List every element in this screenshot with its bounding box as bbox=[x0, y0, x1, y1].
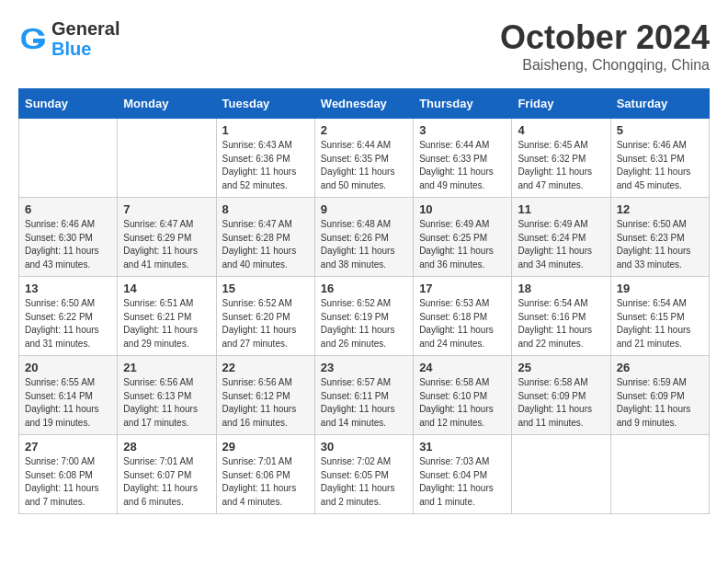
day-number: 28 bbox=[123, 440, 210, 454]
day-number: 21 bbox=[123, 361, 210, 374]
day-info: Sunrise: 6:56 AMSunset: 6:12 PMDaylight:… bbox=[222, 376, 309, 430]
calendar-cell: 26Sunrise: 6:59 AMSunset: 6:09 PMDayligh… bbox=[610, 356, 709, 435]
day-info: Sunrise: 6:53 AMSunset: 6:18 PMDaylight:… bbox=[419, 297, 506, 350]
page-header: General Blue October 2024 Baisheng, Chon… bbox=[18, 18, 710, 74]
weekday-header: Sunday bbox=[19, 89, 118, 119]
calendar-cell: 13Sunrise: 6:50 AMSunset: 6:22 PMDayligh… bbox=[19, 277, 118, 356]
day-info: Sunrise: 6:52 AMSunset: 6:20 PMDaylight:… bbox=[222, 297, 309, 350]
weekday-header: Saturday bbox=[610, 89, 709, 119]
title-section: October 2024 Baisheng, Chongqing, China bbox=[500, 18, 710, 74]
calendar-cell: 3Sunrise: 6:44 AMSunset: 6:33 PMDaylight… bbox=[414, 119, 512, 198]
calendar-cell: 18Sunrise: 6:54 AMSunset: 6:16 PMDayligh… bbox=[512, 277, 610, 356]
calendar-week-row: 1Sunrise: 6:43 AMSunset: 6:36 PMDaylight… bbox=[19, 119, 710, 198]
day-info: Sunrise: 6:44 AMSunset: 6:33 PMDaylight:… bbox=[419, 139, 506, 192]
day-number: 20 bbox=[25, 361, 111, 374]
calendar-cell bbox=[512, 435, 610, 514]
calendar-cell: 11Sunrise: 6:49 AMSunset: 6:24 PMDayligh… bbox=[512, 198, 610, 277]
calendar-cell: 6Sunrise: 6:46 AMSunset: 6:30 PMDaylight… bbox=[19, 198, 118, 277]
day-info: Sunrise: 6:46 AMSunset: 6:31 PMDaylight:… bbox=[617, 139, 703, 192]
calendar-cell: 4Sunrise: 6:45 AMSunset: 6:32 PMDaylight… bbox=[512, 119, 610, 198]
day-number: 17 bbox=[419, 282, 506, 295]
day-number: 6 bbox=[25, 202, 111, 216]
day-info: Sunrise: 6:58 AMSunset: 6:10 PMDaylight:… bbox=[419, 376, 506, 430]
calendar-cell: 17Sunrise: 6:53 AMSunset: 6:18 PMDayligh… bbox=[414, 277, 512, 356]
day-info: Sunrise: 6:47 AMSunset: 6:29 PMDaylight:… bbox=[123, 218, 210, 271]
calendar-cell: 2Sunrise: 6:44 AMSunset: 6:35 PMDaylight… bbox=[314, 119, 413, 198]
calendar-cell: 24Sunrise: 6:58 AMSunset: 6:10 PMDayligh… bbox=[414, 356, 512, 435]
day-number: 2 bbox=[321, 123, 407, 137]
calendar-week-row: 20Sunrise: 6:55 AMSunset: 6:14 PMDayligh… bbox=[19, 356, 710, 435]
day-info: Sunrise: 6:59 AMSunset: 6:09 PMDaylight:… bbox=[617, 376, 703, 430]
calendar-cell: 22Sunrise: 6:56 AMSunset: 6:12 PMDayligh… bbox=[216, 356, 314, 435]
calendar-cell: 27Sunrise: 7:00 AMSunset: 6:08 PMDayligh… bbox=[19, 435, 118, 514]
calendar-cell: 12Sunrise: 6:50 AMSunset: 6:23 PMDayligh… bbox=[610, 198, 709, 277]
day-number: 5 bbox=[617, 123, 703, 137]
day-number: 1 bbox=[222, 123, 309, 137]
day-number: 19 bbox=[617, 282, 703, 295]
day-info: Sunrise: 7:03 AMSunset: 6:04 PMDaylight:… bbox=[419, 455, 506, 509]
day-number: 18 bbox=[518, 282, 604, 295]
day-number: 14 bbox=[123, 282, 210, 295]
calendar-cell: 23Sunrise: 6:57 AMSunset: 6:11 PMDayligh… bbox=[314, 356, 413, 435]
day-number: 23 bbox=[321, 361, 407, 374]
day-number: 16 bbox=[321, 282, 407, 295]
calendar-cell: 10Sunrise: 6:49 AMSunset: 6:25 PMDayligh… bbox=[414, 198, 512, 277]
day-info: Sunrise: 7:01 AMSunset: 6:07 PMDaylight:… bbox=[123, 455, 210, 509]
day-info: Sunrise: 6:47 AMSunset: 6:28 PMDaylight:… bbox=[222, 218, 309, 271]
calendar-cell: 30Sunrise: 7:02 AMSunset: 6:05 PMDayligh… bbox=[314, 435, 413, 514]
logo-icon bbox=[18, 24, 48, 53]
day-info: Sunrise: 6:57 AMSunset: 6:11 PMDaylight:… bbox=[321, 376, 407, 430]
day-number: 8 bbox=[222, 202, 309, 216]
calendar-cell: 29Sunrise: 7:01 AMSunset: 6:06 PMDayligh… bbox=[216, 435, 314, 514]
day-number: 24 bbox=[419, 361, 506, 374]
day-info: Sunrise: 6:48 AMSunset: 6:26 PMDaylight:… bbox=[321, 218, 407, 271]
day-info: Sunrise: 6:43 AMSunset: 6:36 PMDaylight:… bbox=[222, 139, 309, 192]
calendar-cell: 9Sunrise: 6:48 AMSunset: 6:26 PMDaylight… bbox=[314, 198, 413, 277]
day-info: Sunrise: 7:00 AMSunset: 6:08 PMDaylight:… bbox=[25, 455, 111, 509]
calendar-cell bbox=[610, 435, 709, 514]
day-number: 11 bbox=[518, 202, 604, 216]
day-info: Sunrise: 6:52 AMSunset: 6:19 PMDaylight:… bbox=[321, 297, 407, 350]
weekday-header: Wednesday bbox=[314, 89, 413, 119]
calendar-cell: 5Sunrise: 6:46 AMSunset: 6:31 PMDaylight… bbox=[610, 119, 709, 198]
day-number: 9 bbox=[321, 202, 407, 216]
calendar-cell: 20Sunrise: 6:55 AMSunset: 6:14 PMDayligh… bbox=[19, 356, 118, 435]
calendar-cell: 16Sunrise: 6:52 AMSunset: 6:19 PMDayligh… bbox=[314, 277, 413, 356]
day-number: 12 bbox=[617, 202, 703, 216]
day-info: Sunrise: 6:45 AMSunset: 6:32 PMDaylight:… bbox=[518, 139, 604, 192]
calendar-week-row: 13Sunrise: 6:50 AMSunset: 6:22 PMDayligh… bbox=[19, 277, 710, 356]
calendar-cell: 14Sunrise: 6:51 AMSunset: 6:21 PMDayligh… bbox=[118, 277, 216, 356]
calendar-cell: 7Sunrise: 6:47 AMSunset: 6:29 PMDaylight… bbox=[118, 198, 216, 277]
calendar-cell: 8Sunrise: 6:47 AMSunset: 6:28 PMDaylight… bbox=[216, 198, 314, 277]
calendar-cell: 28Sunrise: 7:01 AMSunset: 6:07 PMDayligh… bbox=[118, 435, 216, 514]
calendar-cell: 15Sunrise: 6:52 AMSunset: 6:20 PMDayligh… bbox=[216, 277, 314, 356]
calendar-cell bbox=[118, 119, 216, 198]
day-info: Sunrise: 6:58 AMSunset: 6:09 PMDaylight:… bbox=[518, 376, 604, 430]
day-number: 30 bbox=[321, 440, 407, 454]
logo: General Blue bbox=[18, 18, 119, 59]
logo-text: General Blue bbox=[51, 18, 119, 59]
weekday-header: Tuesday bbox=[216, 89, 314, 119]
month-title: October 2024 bbox=[500, 18, 710, 57]
calendar-cell: 31Sunrise: 7:03 AMSunset: 6:04 PMDayligh… bbox=[414, 435, 512, 514]
day-info: Sunrise: 6:44 AMSunset: 6:35 PMDaylight:… bbox=[321, 139, 407, 192]
day-number: 3 bbox=[419, 123, 506, 137]
day-number: 26 bbox=[617, 361, 703, 374]
day-info: Sunrise: 7:02 AMSunset: 6:05 PMDaylight:… bbox=[321, 455, 407, 509]
day-number: 4 bbox=[518, 123, 604, 137]
day-info: Sunrise: 6:46 AMSunset: 6:30 PMDaylight:… bbox=[25, 218, 111, 271]
day-number: 31 bbox=[419, 440, 506, 454]
weekday-header: Thursday bbox=[414, 89, 512, 119]
day-info: Sunrise: 6:56 AMSunset: 6:13 PMDaylight:… bbox=[123, 376, 210, 430]
day-number: 13 bbox=[25, 282, 111, 295]
weekday-header: Monday bbox=[118, 89, 216, 119]
calendar-week-row: 6Sunrise: 6:46 AMSunset: 6:30 PMDaylight… bbox=[19, 198, 710, 277]
day-number: 29 bbox=[222, 440, 309, 454]
calendar-cell bbox=[19, 119, 118, 198]
calendar-cell: 25Sunrise: 6:58 AMSunset: 6:09 PMDayligh… bbox=[512, 356, 610, 435]
calendar-cell: 19Sunrise: 6:54 AMSunset: 6:15 PMDayligh… bbox=[610, 277, 709, 356]
day-info: Sunrise: 6:55 AMSunset: 6:14 PMDaylight:… bbox=[25, 376, 111, 430]
day-number: 22 bbox=[222, 361, 309, 374]
calendar-week-row: 27Sunrise: 7:00 AMSunset: 6:08 PMDayligh… bbox=[19, 435, 710, 514]
day-number: 15 bbox=[222, 282, 309, 295]
